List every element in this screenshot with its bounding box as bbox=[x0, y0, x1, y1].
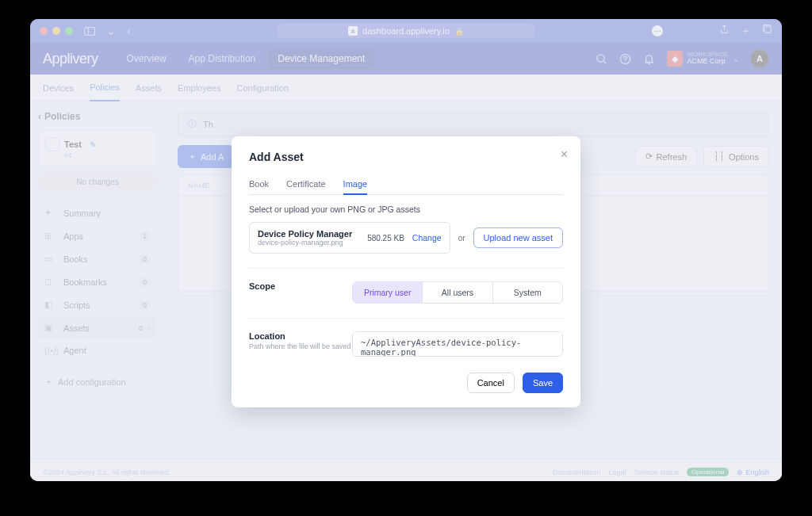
sidebar-item-assets[interactable]: ▣ Assets 0 › bbox=[38, 317, 157, 338]
chrome-dropdown-icon[interactable]: ⌄ bbox=[106, 25, 116, 37]
scope-system[interactable]: System bbox=[492, 282, 562, 303]
footer-link-status[interactable]: Service status bbox=[634, 468, 680, 476]
policy-card[interactable]: Test ✎ v4 bbox=[38, 130, 157, 166]
no-changes-label: No changes bbox=[38, 173, 157, 191]
col-name: NAME bbox=[188, 182, 210, 189]
plus-icon: ＋ bbox=[44, 376, 53, 388]
subnav-assets[interactable]: Assets bbox=[136, 75, 162, 101]
svg-point-3 bbox=[597, 54, 604, 61]
sidebar-item-scripts[interactable]: ◧ Scripts 0 bbox=[38, 294, 157, 315]
asset-size: 580.25 KB bbox=[367, 234, 404, 243]
add-asset-modal: Add Asset × Book Certificate Image Selec… bbox=[232, 136, 580, 407]
scripts-count-badge: 0 bbox=[139, 300, 151, 310]
book-icon: ▭ bbox=[44, 254, 57, 264]
footer-link-docs[interactable]: Documentation bbox=[553, 468, 601, 476]
workspace-badge-icon: ◆ bbox=[667, 51, 683, 67]
bell-icon[interactable] bbox=[643, 52, 656, 65]
search-icon[interactable] bbox=[596, 52, 608, 65]
language-switcher[interactable]: ⊕ English bbox=[737, 468, 769, 476]
tab-image[interactable]: Image bbox=[343, 174, 368, 195]
footer-link-legal[interactable]: Legal bbox=[609, 468, 626, 476]
books-count-badge: 0 bbox=[139, 254, 151, 264]
help-icon[interactable] bbox=[619, 52, 632, 65]
avatar[interactable]: A bbox=[750, 49, 769, 68]
signal-icon: ((•)) bbox=[44, 346, 57, 355]
asset-card: Device Policy Manager device-policy-mana… bbox=[249, 222, 450, 254]
back-to-policies[interactable]: ‹ Policies bbox=[38, 111, 157, 122]
bookmark-icon: ◻ bbox=[44, 277, 57, 287]
browser-window: ⌄ ‹ A dashboard.applivery.io 🔒 ⋯ ＋ Appli… bbox=[30, 19, 782, 481]
sidebar-item-books[interactable]: ▭ Books 0 bbox=[38, 248, 157, 269]
tabs-icon[interactable] bbox=[762, 24, 772, 38]
grid-icon: ⊞ bbox=[44, 231, 57, 241]
svg-rect-2 bbox=[764, 26, 771, 32]
svg-line-4 bbox=[603, 61, 606, 63]
code-icon: ◧ bbox=[44, 300, 57, 310]
add-asset-button[interactable]: ＋ Add A bbox=[178, 145, 234, 168]
chevron-down-icon: ⌄ bbox=[733, 55, 739, 63]
upload-new-asset-button[interactable]: Upload new asset bbox=[473, 227, 563, 248]
asset-filename: device-policy-manager.png bbox=[258, 239, 352, 247]
subnav-policies[interactable]: Policies bbox=[90, 75, 120, 101]
subnav-employees[interactable]: Employees bbox=[178, 75, 220, 101]
maximize-window-icon[interactable] bbox=[65, 27, 73, 35]
subnav-devices[interactable]: Devices bbox=[43, 75, 74, 101]
plus-icon: ＋ bbox=[188, 151, 197, 162]
footer: ©2024 Applivery S.L. All rights reserved… bbox=[30, 462, 782, 481]
lock-icon: 🔒 bbox=[454, 27, 464, 36]
header-right: ◆ WORKSPACE ACME Corp ⌄ A bbox=[596, 49, 769, 68]
chrome-right-icons: ＋ bbox=[719, 24, 772, 38]
location-label: Location bbox=[249, 331, 352, 341]
apple-icon bbox=[45, 137, 59, 151]
save-button[interactable]: Save bbox=[523, 373, 563, 393]
minimize-window-icon[interactable] bbox=[52, 27, 60, 35]
refresh-button[interactable]: ⟳ Refresh bbox=[635, 146, 698, 167]
reader-icon[interactable]: ⋯ bbox=[652, 25, 663, 36]
sidebar-item-summary[interactable]: ✦ Summary bbox=[38, 202, 157, 224]
scope-primary-user[interactable]: Primary user bbox=[353, 282, 422, 303]
refresh-icon: ⟳ bbox=[645, 151, 653, 162]
cancel-button[interactable]: Cancel bbox=[467, 373, 515, 393]
add-configuration-button[interactable]: ＋ Add configuration bbox=[38, 370, 157, 393]
main-nav: Overview App Distribution Device Managem… bbox=[117, 48, 375, 69]
policy-name: Test bbox=[64, 140, 82, 149]
location-input[interactable] bbox=[352, 331, 563, 357]
options-button[interactable]: ┆┆ Options bbox=[703, 146, 769, 167]
close-window-icon[interactable] bbox=[40, 27, 48, 35]
image-icon: ▣ bbox=[44, 323, 57, 333]
policy-version: v4 bbox=[64, 151, 150, 159]
sidebar-item-apps[interactable]: ⊞ Apps 1 bbox=[38, 225, 157, 247]
modal-title: Add Asset bbox=[249, 151, 563, 163]
nav-device-management[interactable]: Device Management bbox=[268, 48, 374, 69]
location-section: Location Path where the file will be sav… bbox=[249, 318, 563, 357]
close-icon[interactable]: × bbox=[561, 147, 568, 162]
svg-rect-0 bbox=[85, 27, 95, 35]
sidebar-toggle-icon[interactable] bbox=[84, 27, 95, 36]
chevron-right-icon: › bbox=[148, 324, 151, 332]
app-header: Applivery Overview App Distribution Devi… bbox=[30, 43, 782, 75]
scope-all-users[interactable]: All users bbox=[422, 282, 492, 303]
svg-point-6 bbox=[625, 61, 626, 62]
back-icon[interactable]: ‹ bbox=[127, 25, 131, 37]
address-bar[interactable]: A dashboard.applivery.io 🔒 bbox=[277, 24, 535, 38]
sidebar-item-agent[interactable]: ((•)) Agent bbox=[38, 340, 157, 361]
sliders-icon: ┆┆ bbox=[714, 151, 725, 162]
change-asset-button[interactable]: Change bbox=[412, 233, 442, 243]
workspace-switcher[interactable]: ◆ WORKSPACE ACME Corp ⌄ bbox=[667, 51, 739, 67]
apps-count-badge: 1 bbox=[139, 231, 151, 241]
location-hint: Path where the file will be saved bbox=[249, 342, 352, 350]
tab-certificate[interactable]: Certificate bbox=[286, 174, 326, 194]
edit-icon[interactable]: ✎ bbox=[90, 140, 96, 149]
subnav-configuration[interactable]: Configuration bbox=[236, 75, 288, 101]
new-tab-icon[interactable]: ＋ bbox=[741, 24, 751, 38]
tab-book[interactable]: Book bbox=[249, 174, 269, 194]
share-icon[interactable] bbox=[719, 24, 730, 38]
sidebar-item-bookmarks[interactable]: ◻ Bookmarks 0 bbox=[38, 271, 157, 292]
modal-tabs: Book Certificate Image bbox=[249, 174, 563, 195]
nav-app-distribution[interactable]: App Distribution bbox=[179, 48, 266, 69]
chevron-left-icon: ‹ bbox=[38, 111, 41, 122]
modal-description: Select or upload your own PNG or JPG ass… bbox=[249, 204, 563, 214]
workspace-text: WORKSPACE ACME Corp bbox=[688, 52, 728, 67]
nav-overview[interactable]: Overview bbox=[117, 48, 176, 69]
sparkle-icon: ✦ bbox=[44, 208, 57, 218]
